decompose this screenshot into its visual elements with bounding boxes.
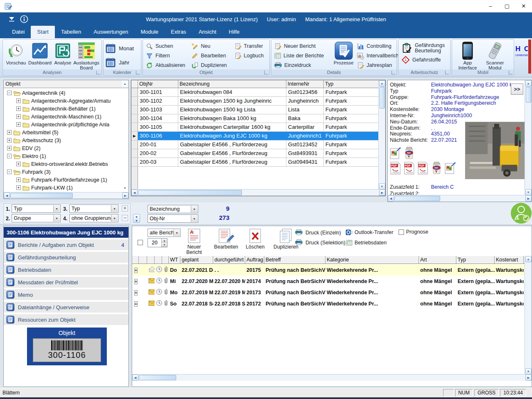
column-header[interactable] (162, 256, 169, 264)
pdf-attachment-icon[interactable]: PDFAdobe (404, 162, 415, 175)
jahr-button[interactable]: Jahr (105, 56, 134, 69)
controlling-button[interactable]: Controlling (356, 42, 395, 51)
table-row[interactable]: 300-1101Elektrohubwagen 084Gst0123456Fuh… (131, 88, 385, 97)
tree-item[interactable]: +Anlagentechnik-Maschinen (1) (4, 113, 128, 121)
vorschau-button[interactable]: Vorschau (5, 40, 27, 65)
panel-item[interactable]: Gefährdungsbeurteilung (4, 252, 128, 263)
scroll-down-icon[interactable]: ▼ (122, 185, 128, 191)
prozesse-button[interactable]: Prozesse (331, 40, 356, 65)
expand-icon[interactable]: + (132, 267, 139, 273)
panel-item[interactable]: Dateianhänge / Querverweise (4, 302, 128, 313)
app-interface-button[interactable]: App Interface (454, 40, 481, 70)
tree-item[interactable]: +Arbeitsmittel (5) (4, 128, 128, 136)
scroll-up-icon[interactable]: ▲ (525, 256, 532, 262)
expand-icon[interactable]: + (16, 114, 21, 119)
tree-item[interactable]: +Elektro-ortsveränd.elektr.Betriebs (4, 160, 128, 168)
dropdown-arrow-icon[interactable]: ▼ (111, 205, 118, 212)
expand-icon[interactable]: + (16, 185, 21, 190)
report-vscrollbar[interactable]: ▲ ▼ (525, 256, 532, 374)
spinner-down-icon[interactable]: ▼ (162, 243, 167, 247)
report-row[interactable]: +Mo22.07.2019 Mo22.07.2019 Mo20173Prüfun… (132, 287, 525, 298)
user-badge[interactable]: 1 (510, 202, 532, 224)
print-selection-button[interactable]: Druck (Selektion) (295, 239, 345, 246)
panel-item[interactable]: Messdaten der Prüfmittel (4, 277, 128, 288)
scroll-thumb[interactable] (394, 196, 440, 201)
menu-item-datei[interactable]: Datei (6, 26, 31, 38)
image-edit-attachment-icon[interactable] (445, 162, 456, 175)
dropdown-arrow-icon[interactable]: ▼ (53, 215, 60, 222)
sort-select-1[interactable]: Bezeichnung▼ (148, 205, 198, 213)
table-hscrollbar[interactable]: ◀ ▶ (131, 189, 385, 196)
neu-button[interactable]: Neu (190, 42, 233, 51)
tree-item[interactable]: +Arbeitsschutz (3) (4, 136, 128, 144)
remove-grouping-button[interactable]: − (122, 215, 128, 221)
collapse-icon[interactable]: − (7, 91, 12, 95)
menu-item-auswertungen[interactable]: Auswertungen (87, 26, 134, 38)
monat-button[interactable]: Monat (105, 42, 134, 55)
print-single-button[interactable]: Druck (Einzeln) (295, 229, 341, 236)
expand-icon[interactable]: + (16, 162, 21, 166)
table-row[interactable]: 200-01Gabelstapler E4566 , Flurförderzeu… (131, 140, 385, 149)
auslastungsboard-button[interactable]: Auslastungs Board (73, 40, 100, 70)
dialog-launcher-icon[interactable] (136, 71, 140, 74)
scroll-right-icon[interactable]: ▶ (525, 374, 532, 381)
menu-item-ansicht[interactable]: Ansicht (192, 26, 223, 38)
table-vscrollbar[interactable]: ▲ ▼ (378, 80, 385, 190)
column-header[interactable]: Betreff (264, 256, 325, 264)
dashboard-button[interactable]: Dashboard (27, 40, 53, 65)
column-header[interactable]: Art (419, 256, 456, 264)
dropdown-arrow-icon[interactable]: ▼ (111, 215, 118, 222)
table-row[interactable]: 300-1103Elektrohubwagen 1500 kg ListaLis… (131, 106, 385, 114)
scroll-down-icon[interactable]: ▼ (525, 368, 532, 374)
add-grouping-button[interactable]: + (122, 205, 128, 212)
minimize-button[interactable]: – (482, 0, 499, 12)
expand-icon[interactable]: + (16, 106, 21, 111)
panel-item[interactable]: Betriebsdaten (4, 264, 128, 275)
menu-item-extras[interactable]: Extras (165, 26, 192, 38)
expand-icon[interactable]: + (132, 301, 139, 307)
dropdown-arrow-icon[interactable]: ▼ (191, 215, 197, 222)
detail-vscrollbar[interactable]: ▲ ▼ (525, 80, 532, 195)
collapse-icon[interactable]: − (7, 170, 12, 174)
panel-item[interactable]: Ressourcen zum Objekt (4, 314, 128, 325)
prognose-checkbox[interactable]: Prognose (399, 229, 429, 235)
duplizieren-button[interactable]: Duplizieren (190, 61, 233, 70)
expand-icon[interactable]: + (132, 290, 139, 296)
column-header[interactable]: durchgeführt (213, 256, 245, 264)
dialog-launcher-icon[interactable] (509, 71, 512, 74)
expand-icon[interactable]: + (16, 99, 21, 103)
column-header[interactable]: geplant (180, 256, 213, 264)
scroll-right-icon[interactable]: ▶ (122, 192, 128, 199)
outlook-transfer-button[interactable]: Outlook-Transfer (346, 229, 393, 236)
scroll-thumb[interactable] (526, 87, 531, 103)
edit-report-button[interactable]: Bearbeiten (211, 228, 241, 250)
scroll-up-icon[interactable]: ▲ (525, 80, 532, 86)
transfer-button[interactable]: Transfer (233, 42, 268, 51)
table-row[interactable]: 300-1104Elektrohubwagen Baka 1000 kgBaka… (131, 114, 385, 123)
scroll-thumb[interactable] (10, 193, 73, 198)
tree-item[interactable]: +Anlagentechnik-Behälter (1) (4, 105, 128, 113)
jahresplan-button[interactable]: Jahresplan (356, 61, 395, 70)
table-row[interactable]: 300-1105Elektrohubwagen Carterpillar 160… (131, 123, 385, 132)
expand-icon[interactable]: + (7, 146, 12, 150)
scroll-right-icon[interactable]: ▶ (379, 190, 385, 196)
taf-attachment-icon[interactable]: TAF (404, 147, 415, 160)
suchen-button[interactable]: Suchen (145, 42, 190, 51)
gefahrstoffe-button[interactable]: Gefahrstoffe (400, 55, 448, 64)
filtern-button[interactable]: Filtern (145, 51, 190, 60)
scroll-left-icon[interactable]: ◀ (132, 374, 138, 381)
pdf-attachment-icon[interactable]: PDFAdobe (390, 162, 401, 175)
table-row[interactable]: 200-03Gabelstapler E4566 , Flurförderzeu… (131, 158, 385, 167)
analyse-button[interactable]: Analyse (52, 40, 73, 65)
expand-icon[interactable]: + (132, 278, 139, 284)
collapse-panel-icon[interactable]: ▼▼ (133, 214, 140, 223)
dropdown-arrow-icon[interactable]: ▼ (53, 205, 60, 212)
scanner-modul-button[interactable]: Scanner Modul (481, 40, 509, 70)
report-row[interactable]: +Do22.07.2021 Do. .20175Prüfung nach Bet… (132, 264, 525, 276)
dropdown-arrow-icon[interactable]: ▼ (191, 206, 197, 212)
report-row[interactable]: +So22.07.2018 So22.07.2018 So20172Prüfun… (132, 298, 525, 309)
report-filter-select[interactable]: alle Berichte▼ (148, 229, 181, 237)
grouping-select-3[interactable]: Typ▼ (69, 204, 118, 213)
column-header[interactable] (132, 256, 139, 264)
report-hscrollbar[interactable]: ◀ ▶ (132, 374, 532, 381)
